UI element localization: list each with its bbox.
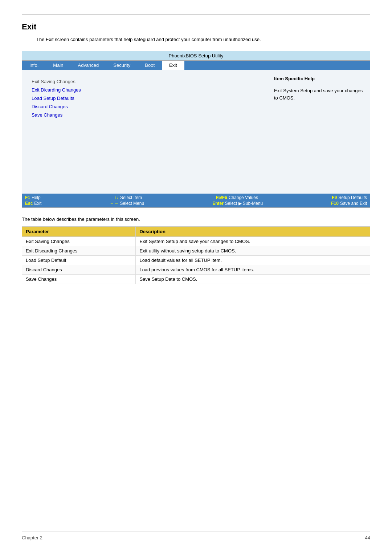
param-cell: Exit Discarding Changes [22, 246, 136, 256]
desc-select-submenu: Select ▶ Sub-Menu [225, 201, 263, 206]
bios-nav: Info. Main Advanced Security Boot Exit [22, 61, 370, 70]
key-f1: F1 [25, 195, 30, 200]
table-row: Exit Discarding Changes Exit utility wit… [22, 246, 370, 256]
footer-row-2: Esc Exit ←→ Select Menu Enter Select ▶ S… [25, 201, 367, 206]
menu-exit-saving[interactable]: Exit Saving Changes [29, 77, 261, 86]
desc-select-menu: Select Menu [120, 201, 144, 206]
key-leftright: ←→ [110, 201, 118, 206]
menu-discard-changes[interactable]: Discard Changes [29, 102, 261, 111]
intro-text: The Exit screen contains parameters that… [36, 37, 370, 42]
help-title: Item Specific Help [274, 76, 364, 81]
param-cell: Save Changes [22, 275, 136, 284]
desc-cell: Exit utility without saving setup data t… [136, 246, 370, 256]
table-row: Exit Saving Changes Exit System Setup an… [22, 237, 370, 246]
nav-security[interactable]: Security [106, 61, 138, 70]
param-cell: Exit Saving Changes [22, 237, 136, 246]
footer-row-1: F1 Help ↑↓ Select Item F5/F6 Change Valu… [25, 195, 367, 200]
desc-exit: Exit [34, 201, 41, 206]
page-title: Exit [22, 22, 370, 32]
parameter-table: Parameter Description Exit Saving Change… [22, 226, 370, 284]
desc-help: Help [32, 195, 41, 200]
key-f10: F10 [331, 201, 339, 206]
help-text: Exit System Setup and save your changes … [274, 87, 364, 101]
desc-cell: Save Setup Data to CMOS. [136, 275, 370, 284]
footer-f1: F1 Help [25, 195, 41, 200]
param-cell: Load Setup Default [22, 256, 136, 265]
desc-change-values: Change Values [229, 195, 258, 200]
nav-exit[interactable]: Exit [162, 61, 184, 70]
footer-page-number: 44 [365, 535, 370, 540]
desc-cell: Load previous values from CMOS for all S… [136, 265, 370, 275]
key-f5f6: F5/F6 [216, 195, 227, 200]
key-f9: F9 [332, 195, 337, 200]
nav-info[interactable]: Info. [22, 61, 46, 70]
bios-help-panel: Item Specific Help Exit System Setup and… [268, 70, 370, 194]
table-row: Save Changes Save Setup Data to CMOS. [22, 275, 370, 284]
footer-f5f6: F5/F6 Change Values [216, 195, 258, 200]
footer-chapter: Chapter 2 [22, 535, 42, 540]
footer-f9: F9 Setup Defaults [332, 195, 367, 200]
nav-advanced[interactable]: Advanced [70, 61, 106, 70]
desc-cell: Load default values for all SETUP item. [136, 256, 370, 265]
footer-f10: F10 Save and Exit [331, 201, 367, 206]
nav-boot[interactable]: Boot [138, 61, 162, 70]
desc-save-exit: Save and Exit [340, 201, 367, 206]
menu-save-changes[interactable]: Save Changes [29, 111, 261, 119]
key-updown: ↑↓ [114, 195, 119, 200]
footer-esc: Esc Exit [25, 201, 41, 206]
table-row: Discard Changes Load previous values fro… [22, 265, 370, 275]
table-desc: The table below describes the parameters… [22, 216, 370, 222]
desc-select-item: Select Item [120, 195, 142, 200]
bios-title-bar: PhoenixBIOS Setup Utility [22, 51, 370, 61]
table-header-row: Parameter Description [22, 227, 370, 237]
col-description: Description [136, 227, 370, 237]
key-enter: Enter [212, 201, 224, 206]
table-row: Load Setup Default Load default values f… [22, 256, 370, 265]
key-esc: Esc [25, 201, 33, 206]
bios-content-area: Exit Saving Changes Exit Dicarding Chang… [22, 70, 370, 194]
param-cell: Discard Changes [22, 265, 136, 275]
desc-setup-defaults: Setup Defaults [338, 195, 367, 200]
footer-enter: Enter Select ▶ Sub-Menu [212, 201, 263, 206]
footer-leftright: ←→ Select Menu [110, 201, 144, 206]
bios-utility-box: PhoenixBIOS Setup Utility Info. Main Adv… [22, 51, 370, 208]
bios-menu-panel: Exit Saving Changes Exit Dicarding Chang… [22, 70, 268, 194]
footer-updown: ↑↓ Select Item [114, 195, 142, 200]
page-footer: Chapter 2 44 [22, 531, 370, 540]
col-parameter: Parameter [22, 227, 136, 237]
nav-main[interactable]: Main [46, 61, 70, 70]
menu-exit-discarding[interactable]: Exit Dicarding Changes [29, 86, 261, 94]
desc-cell: Exit System Setup and save your changes … [136, 237, 370, 246]
menu-load-defaults[interactable]: Load Setup Defaults [29, 94, 261, 102]
bios-footer: F1 Help ↑↓ Select Item F5/F6 Change Valu… [22, 194, 370, 207]
